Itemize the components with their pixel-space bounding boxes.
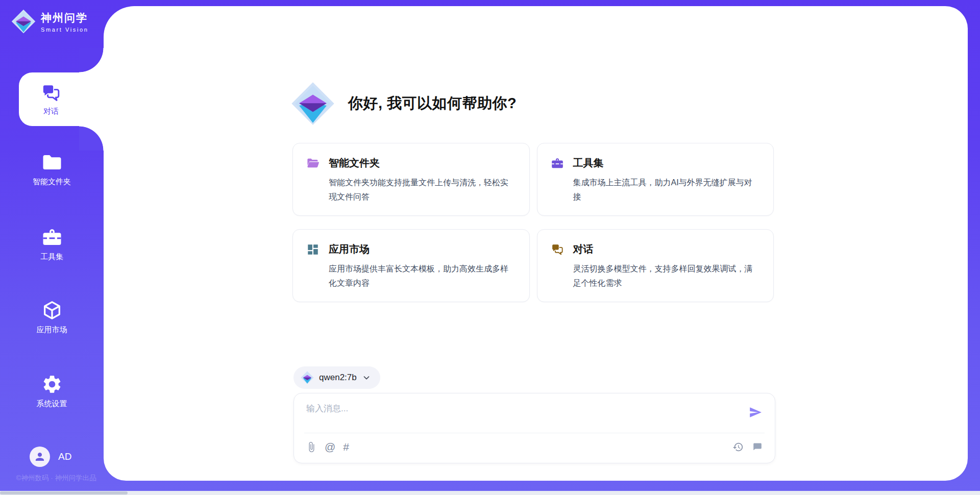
horizontal-scrollbar[interactable]	[0, 491, 980, 495]
folder-open-icon	[306, 157, 320, 170]
copyright-text: ©神州数码 · 神州问学出品	[5, 474, 107, 483]
at-sign-icon[interactable]: @	[325, 441, 335, 453]
diamond-logo-icon	[301, 371, 314, 384]
grid-icon	[306, 243, 320, 256]
folder-icon	[41, 152, 63, 173]
chat-bubble-icon[interactable]	[751, 441, 763, 453]
card-chat[interactable]: 对话 灵活切换多模型文件，支持多样回复效果调试，满足个性化需求	[537, 229, 774, 302]
model-name: qwen2:7b	[319, 373, 357, 383]
sidebar-item-label: 对话	[43, 107, 59, 116]
chat-bubbles-icon	[41, 83, 61, 103]
scrollbar-thumb[interactable]	[0, 491, 128, 494]
tab-fillet-bottom	[79, 126, 104, 151]
sidebar-item-label: 应用市场	[37, 325, 67, 335]
composer-divider	[304, 433, 765, 433]
composer-tools-left: @ #	[306, 441, 349, 453]
toolbox-icon	[41, 227, 63, 248]
app-screen: 神州问学 Smart Vision 对话 智能文件夹 工具集	[0, 0, 980, 495]
sidebar-item-toolset[interactable]: 工具集	[0, 227, 104, 262]
message-input[interactable]	[306, 403, 735, 429]
sidebar-item-label: 智能文件夹	[33, 177, 71, 187]
brand-name: 神州问学	[41, 11, 88, 25]
user-profile[interactable]: AD	[30, 447, 71, 467]
card-title: 工具集	[573, 156, 604, 170]
brand: 神州问学 Smart Vision	[11, 9, 88, 34]
person-icon	[34, 451, 46, 463]
chat-bubbles-icon	[551, 243, 564, 256]
history-icon[interactable]	[732, 441, 744, 453]
card-description: 灵活切换多模型文件，支持多样回复效果调试，满足个性化需求	[573, 262, 760, 290]
card-description: 智能文件夹功能支持批量文件上传与清洗，轻松实现文件问答	[329, 176, 515, 204]
card-title: 应用市场	[329, 242, 370, 256]
greeting: 你好, 我可以如何帮助你?	[291, 82, 517, 126]
avatar	[30, 447, 50, 467]
message-composer: @ #	[293, 393, 775, 463]
sidebar-item-settings[interactable]: 系统设置	[0, 374, 104, 409]
sidebar-item-label: 工具集	[40, 252, 63, 262]
send-icon[interactable]	[749, 406, 762, 419]
gear-icon	[41, 374, 63, 395]
card-smart-folder[interactable]: 智能文件夹 智能文件夹功能支持批量文件上传与清洗，轻松实现文件问答	[292, 143, 530, 216]
sidebar-item-label: 系统设置	[37, 399, 67, 409]
brand-subtitle: Smart Vision	[41, 27, 88, 33]
sidebar-item-chat[interactable]: 对话	[19, 72, 106, 126]
composer-tools-right	[732, 441, 763, 453]
sidebar-item-smart-folder[interactable]: 智能文件夹	[0, 152, 104, 187]
diamond-logo-icon	[291, 82, 335, 126]
card-description: 集成市场上主流工具，助力AI与外界无缝扩展与对接	[573, 176, 760, 204]
paperclip-icon[interactable]	[306, 441, 317, 453]
card-description: 应用市场提供丰富长文本模板，助力高效生成多样化文章内容	[329, 262, 515, 290]
card-title: 智能文件夹	[329, 156, 380, 170]
toolbox-icon	[551, 157, 564, 170]
tab-fillet-top	[79, 48, 104, 72]
model-selector[interactable]: qwen2:7b	[293, 366, 380, 389]
hash-icon[interactable]: #	[343, 441, 349, 453]
sidebar-item-app-market[interactable]: 应用市场	[0, 300, 104, 335]
card-title: 对话	[573, 242, 594, 256]
diamond-logo-icon	[11, 9, 36, 34]
feature-cards: 智能文件夹 智能文件夹功能支持批量文件上传与清洗，轻松实现文件问答 工具集 集成…	[292, 143, 774, 302]
user-initials: AD	[58, 451, 71, 462]
cube-icon	[41, 300, 63, 321]
card-toolset[interactable]: 工具集 集成市场上主流工具，助力AI与外界无缝扩展与对接	[537, 143, 774, 216]
card-app-market[interactable]: 应用市场 应用市场提供丰富长文本模板，助力高效生成多样化文章内容	[292, 229, 530, 302]
chevron-down-icon	[362, 373, 371, 382]
greeting-title: 你好, 我可以如何帮助你?	[348, 93, 517, 114]
